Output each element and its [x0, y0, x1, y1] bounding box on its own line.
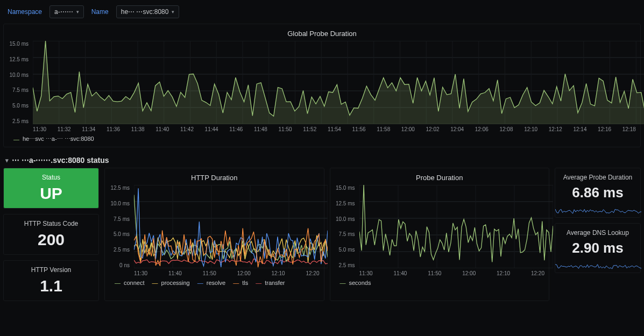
legend: — he⋯svc ⋯a-⋯ ⋯svc:8080 [4, 132, 640, 142]
right-column: Average Probe Duration 6.86 ms Average D… [555, 168, 641, 301]
stat-title: HTTP Version [4, 261, 98, 277]
y-axis: 15.0 ms12.5 ms10.0 ms7.5 ms5.0 ms2.5 ms [335, 185, 355, 268]
stat-title: Average DNS Lookup [555, 224, 640, 240]
stat-value: 1.1 [4, 277, 98, 295]
filter-name-label: Name [88, 6, 112, 18]
stat-value: UP [4, 184, 98, 203]
panel-probe-duration[interactable]: Probe Duration 15.0 ms12.5 ms10.0 ms7.5 … [330, 168, 550, 301]
stat-title: Average Probe Duration [555, 168, 640, 184]
chart-svg [33, 41, 644, 124]
chart-area: 15.0 ms12.5 ms10.0 ms7.5 ms5.0 ms2.5 ms … [4, 41, 640, 132]
filter-namespace-text: a-⋯⋯ [54, 8, 73, 16]
legend-item[interactable]: —connect [115, 280, 145, 286]
chevron-down-icon: ▾ [76, 9, 79, 15]
chevron-down-icon: ▾ [172, 9, 174, 15]
chart-svg [134, 185, 328, 268]
panel-http-version[interactable]: HTTP Version 1.1 [3, 260, 99, 301]
panel-title: Global Probe Duration [4, 27, 640, 41]
filter-namespace-label: Namespace [4, 6, 45, 18]
y-axis: 15.0 ms12.5 ms10.0 ms7.5 ms5.0 ms2.5 ms [8, 41, 29, 124]
sparkline [555, 201, 641, 214]
legend-item[interactable]: —resolve [197, 280, 225, 286]
filter-bar: Namespace a-⋯⋯ ▾ Name he⋯ ⋯svc:8080 ▾ [0, 0, 644, 24]
filter-namespace: Namespace a-⋯⋯ ▾ [4, 5, 84, 18]
panel-avg-dns-lookup[interactable]: Average DNS Lookup 2.90 ms [555, 223, 641, 273]
y-axis: 12.5 ms10.0 ms7.5 ms5.0 ms2.5 ms0 ns [109, 185, 130, 268]
filter-namespace-value[interactable]: a-⋯⋯ ▾ [49, 5, 84, 18]
chart-svg [359, 185, 553, 268]
legend-item[interactable]: —tls [233, 280, 248, 286]
row-title-text: ⋯ ⋯a-⋯⋯.svc:8080 status [12, 156, 109, 165]
legend-item[interactable]: —processing [152, 280, 190, 286]
panel-title: HTTP Duration [105, 171, 324, 185]
stats-column: Status UP HTTP Status Code 200 HTTP Vers… [3, 168, 99, 301]
filter-name-text: he⋯ ⋯svc:8080 [121, 8, 169, 16]
panel-http-status-code[interactable]: HTTP Status Code 200 [3, 214, 99, 255]
panel-status[interactable]: Status UP [3, 168, 99, 209]
x-axis: 11:3011:4011:5012:0012:1012:20 [335, 268, 545, 276]
legend-label: he⋯svc ⋯a-⋯ ⋯svc:8080 [23, 135, 94, 142]
x-axis: 11:3011:4011:5012:0012:1012:20 [109, 268, 320, 276]
stat-value: 200 [4, 231, 98, 249]
legend: —seconds [330, 276, 549, 286]
filter-name: Name he⋯ ⋯svc:8080 ▾ [88, 5, 180, 18]
x-axis: 11:3011:3211:3411:3611:3811:4011:4211:44… [8, 124, 636, 132]
legend-item[interactable]: —transfer [256, 280, 285, 286]
sparkline [555, 256, 641, 269]
chart-area: 15.0 ms12.5 ms10.0 ms7.5 ms5.0 ms2.5 ms … [330, 185, 549, 276]
legend: —connect—processing—resolve—tls—transfer [105, 276, 324, 286]
panel-title: Probe Duration [330, 171, 549, 185]
legend-item[interactable]: —seconds [340, 280, 371, 286]
stat-value: 2.90 ms [555, 240, 640, 256]
legend-dash: — [13, 136, 19, 142]
stat-title: Status [4, 168, 98, 184]
stat-title: HTTP Status Code [4, 215, 98, 231]
stat-value: 6.86 ms [555, 184, 640, 201]
panels-row: Status UP HTTP Status Code 200 HTTP Vers… [0, 168, 644, 301]
chevron-down-icon: ▾ [5, 157, 9, 164]
row-header[interactable]: ▾ ⋯ ⋯a-⋯⋯.svc:8080 status [0, 153, 644, 168]
panel-avg-probe-duration[interactable]: Average Probe Duration 6.86 ms [555, 168, 641, 218]
filter-name-value[interactable]: he⋯ ⋯svc:8080 ▾ [116, 5, 180, 18]
legend-item[interactable]: — he⋯svc ⋯a-⋯ ⋯svc:8080 [13, 135, 94, 142]
chart-area: 12.5 ms10.0 ms7.5 ms5.0 ms2.5 ms0 ns 11:… [105, 185, 324, 276]
panel-http-duration[interactable]: HTTP Duration 12.5 ms10.0 ms7.5 ms5.0 ms… [104, 168, 324, 301]
panel-global-probe[interactable]: Global Probe Duration 15.0 ms12.5 ms10.0… [3, 24, 641, 147]
